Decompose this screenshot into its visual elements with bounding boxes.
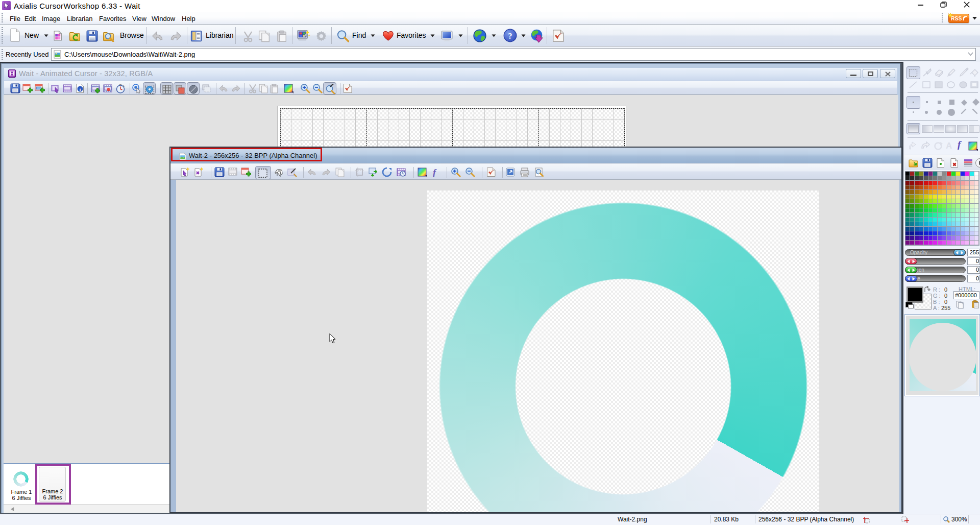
svg-text:f: f: [433, 168, 437, 177]
svg-text:?: ?: [508, 32, 512, 40]
